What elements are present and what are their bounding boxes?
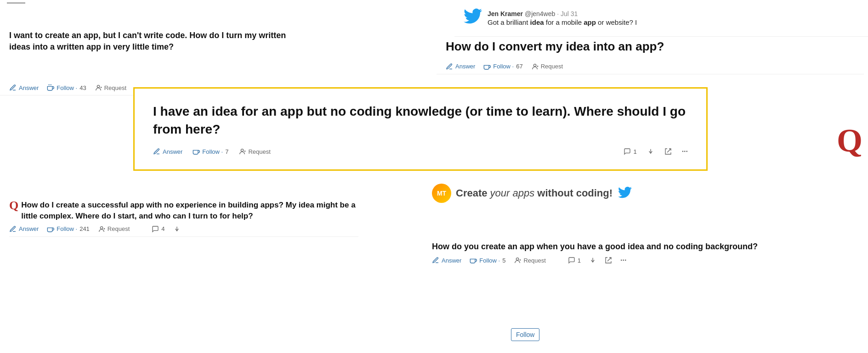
action-bar-right: Answer Follow · 67 Request	[437, 59, 864, 74]
request-button-1[interactable]: Request	[95, 84, 126, 91]
answer-button-2[interactable]: Answer	[9, 225, 39, 233]
follow-button-right[interactable]: Follow · 67	[483, 63, 522, 70]
more-button-br[interactable]: ···	[620, 256, 626, 264]
follow-label-br: Follow ·	[479, 257, 500, 264]
follow-count-right: 67	[516, 63, 522, 70]
follow-label-bottom: Follow	[516, 331, 534, 338]
mobile-tools-banner: MT Create your apps without coding!	[423, 179, 836, 207]
comment-count-br: 1	[578, 257, 581, 264]
svg-point-17	[516, 258, 519, 260]
answer-label-highlight: Answer	[163, 148, 182, 155]
svg-point-6	[533, 64, 536, 66]
quora-q-icon-left: Q	[9, 200, 18, 212]
question-title-right[interactable]: How do I convert my idea into an app?	[446, 39, 855, 55]
request-label-2: Request	[108, 225, 130, 232]
downvote-button-highlight[interactable]	[647, 148, 654, 155]
answer-label-right: Answer	[455, 63, 475, 70]
tweet-bold-app: app	[584, 18, 596, 26]
tweet-bold-idea: idea	[530, 18, 544, 26]
comment-button-br[interactable]: 1	[568, 257, 581, 264]
follow-count-1: 43	[79, 84, 86, 91]
downvote-button-2[interactable]	[173, 225, 181, 233]
second-left-with-q: Q How do I create a successful app with …	[9, 200, 358, 222]
downvote-button-br[interactable]	[589, 257, 596, 264]
highlighted-question-title[interactable]: I have an idea for an app but no coding …	[153, 102, 688, 138]
request-label-right: Request	[541, 63, 563, 70]
answer-label-2: Answer	[19, 225, 39, 232]
request-label-1: Request	[104, 84, 126, 91]
answer-button-highlight[interactable]: Answer	[153, 148, 182, 155]
request-label-highlight: Request	[248, 148, 270, 155]
highlight-action-bar: Answer Follow · 7 Request 1 ···	[153, 147, 688, 156]
follow-button-br[interactable]: Follow · 5	[470, 257, 505, 264]
follow-button-2[interactable]: Follow · 241	[47, 225, 90, 233]
answer-button-right[interactable]: Answer	[446, 63, 475, 70]
action-bar-bottom-right: Answer Follow · 5 Request 1 ···	[432, 252, 855, 268]
answer-button-1[interactable]: Answer	[9, 84, 39, 91]
request-button-right[interactable]: Request	[531, 63, 563, 70]
mobile-tools-create: Create	[456, 187, 487, 199]
twitter-top-section: Jen Kramer @jen4web · Jul 31 Got a brill…	[454, 0, 868, 37]
right-main-question: How do I convert my idea into an app?	[437, 34, 864, 59]
follow-label-1: Follow ·	[57, 84, 77, 91]
request-label-br: Request	[523, 257, 545, 264]
svg-point-13	[100, 226, 102, 229]
top-divider	[7, 2, 25, 4]
question-title-2[interactable]: How do I create a successful app with no…	[21, 200, 358, 222]
follow-label-right: Follow ·	[493, 63, 514, 70]
follow-button-1[interactable]: Follow · 43	[47, 84, 86, 91]
answer-label-br: Answer	[442, 257, 461, 264]
follow-count-2: 241	[79, 225, 90, 232]
request-button-br[interactable]: Request	[514, 257, 545, 264]
question-top-left: I want to create an app, but I can't wri…	[0, 23, 363, 53]
quora-q-icon-overlay: Q	[837, 124, 862, 157]
svg-point-9	[241, 149, 244, 151]
mobile-tools-text: Create your apps without coding!	[456, 187, 613, 199]
twitter-date: · Jul 31	[557, 10, 578, 17]
share-button-highlight[interactable]	[664, 148, 672, 155]
twitter-bird-inline-icon	[618, 185, 632, 201]
twitter-display-name: Jen Kramer	[488, 10, 523, 17]
highlighted-question-box: I have an idea for an app but no coding …	[133, 87, 708, 171]
follow-count-highlight: 7	[225, 148, 228, 155]
twitter-tweet-text: Got a brilliant idea for a mobile app or…	[488, 18, 637, 26]
question-right-top-container: How do I convert my idea into an app? An…	[437, 34, 864, 74]
more-dots-highlight: ···	[682, 147, 688, 156]
answer-button-br[interactable]: Answer	[432, 257, 461, 264]
follow-label-highlight: Follow ·	[202, 148, 223, 155]
follow-button-bottom[interactable]: Follow	[511, 328, 539, 341]
more-dots-br: ···	[620, 256, 626, 264]
action-bar-2: Answer Follow · 241 Request 4	[9, 222, 358, 237]
question-second-left: Q How do I create a successful app with …	[0, 195, 368, 241]
follow-button-highlight[interactable]: Follow · 7	[193, 148, 228, 155]
svg-point-3	[97, 85, 99, 88]
twitter-top-content: Jen Kramer @jen4web · Jul 31 Got a brill…	[488, 10, 637, 26]
question-bottom-right: How do you create an app when you have a…	[423, 236, 864, 273]
share-button-br[interactable]	[605, 257, 612, 264]
question-title-1[interactable]: I want to create an app, but I can't wri…	[9, 30, 294, 53]
mobile-tools-your-apps: your apps	[490, 187, 538, 199]
comment-button-highlight[interactable]: 1	[624, 148, 636, 155]
follow-count-br: 5	[502, 257, 505, 264]
request-button-highlight[interactable]: Request	[238, 148, 270, 155]
twitter-user-info: Jen Kramer @jen4web · Jul 31	[488, 10, 637, 17]
answer-label-1: Answer	[19, 84, 39, 91]
twitter-bird-icon	[464, 7, 482, 29]
twitter-handle: @jen4web	[525, 10, 555, 17]
request-button-2[interactable]: Request	[98, 225, 130, 233]
mobile-tools-without-coding: without coding!	[537, 187, 613, 199]
question-title-br[interactable]: How do you create an app when you have a…	[432, 241, 855, 252]
mobile-tools-avatar: MT	[432, 184, 451, 203]
more-button-highlight[interactable]: ···	[682, 147, 688, 156]
page-container: Jen Kramer @jen4web · Jul 31 Got a brill…	[0, 0, 868, 353]
comment-count-highlight: 1	[633, 148, 636, 155]
comment-count-2: 4	[161, 225, 165, 232]
follow-label-2: Follow ·	[57, 225, 77, 232]
comment-button-2[interactable]: 4	[152, 225, 165, 233]
